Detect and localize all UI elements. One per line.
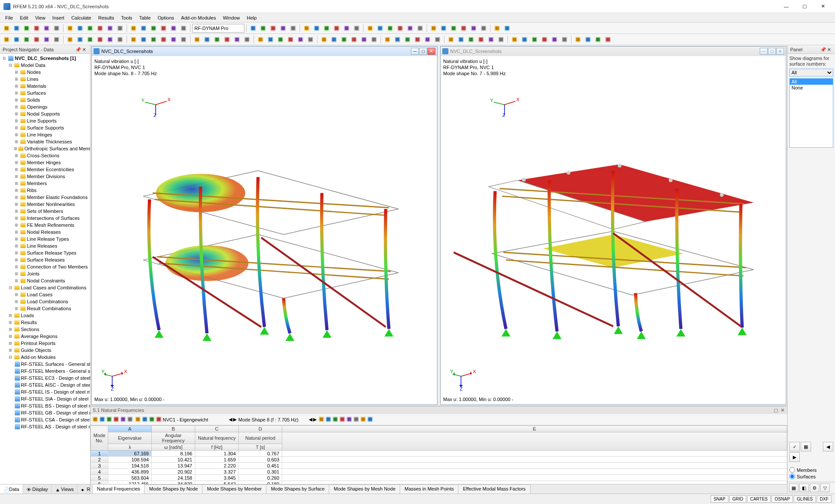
toolbar-button[interactable] — [492, 23, 502, 33]
toolbar-button[interactable] — [135, 416, 141, 423]
toolbar-button[interactable] — [278, 23, 288, 33]
toolbar-button[interactable] — [433, 35, 442, 44]
toolbar-button[interactable] — [339, 35, 349, 44]
tree-item[interactable]: ⊞Surfaces — [0, 90, 90, 96]
tree-item[interactable]: ⊞Solids — [0, 96, 90, 103]
toolbar-button[interactable] — [266, 35, 275, 44]
toolbar-button[interactable] — [393, 35, 402, 44]
toolbar-button[interactable] — [127, 416, 133, 423]
nav-button[interactable]: ◀ — [309, 417, 312, 422]
viewport-close-button[interactable]: ✕ — [776, 48, 784, 55]
toolbar-button[interactable] — [322, 23, 331, 33]
toolbar-button[interactable] — [95, 23, 105, 33]
toolbar-button[interactable] — [42, 35, 51, 44]
toolbar-button[interactable] — [603, 35, 613, 44]
tree-item[interactable]: RF-STEEL AS - Design of steel members — [0, 423, 90, 430]
toolbar-button[interactable] — [318, 416, 324, 423]
toolbar-button[interactable] — [222, 35, 232, 44]
scale-icon[interactable]: ◧ — [799, 484, 809, 492]
toolbar-button[interactable] — [375, 23, 385, 33]
tree-item[interactable]: ⊞Orthotropic Surfaces and Membranes — [0, 145, 90, 152]
close-panel-icon[interactable]: ✕ — [827, 47, 832, 52]
pin-icon[interactable]: 📌 — [75, 47, 80, 52]
menu-help[interactable]: Help — [244, 14, 261, 21]
toolbar-button[interactable] — [149, 416, 155, 423]
toolbar-button[interactable] — [349, 35, 359, 44]
viewport-min-button[interactable]: — — [411, 48, 419, 55]
menu-options[interactable]: Options — [154, 14, 177, 21]
close-panel-icon[interactable]: ✕ — [82, 47, 87, 52]
toolbar-button[interactable] — [95, 35, 105, 44]
toolbar-button[interactable] — [466, 35, 476, 44]
viewport-max-button[interactable]: ▢ — [419, 48, 427, 55]
toolbar-button[interactable] — [202, 35, 212, 44]
toolbar-button[interactable] — [105, 35, 115, 44]
toolbar-button[interactable] — [403, 35, 412, 44]
menu-table[interactable]: Table — [136, 14, 154, 21]
toolbar-button[interactable] — [212, 35, 222, 44]
toolbar-button[interactable] — [540, 35, 549, 44]
tree-item[interactable]: ⊞Line Hinges — [0, 131, 90, 138]
toolbar-button[interactable] — [179, 23, 188, 33]
toolbar-button[interactable] — [395, 23, 405, 33]
panel-close-icon[interactable]: ✕ — [781, 408, 785, 413]
toolbar-button[interactable] — [169, 35, 178, 44]
toolbar-button[interactable] — [520, 35, 529, 44]
list-item[interactable]: All — [790, 79, 833, 85]
tree-item[interactable]: ⊞Line Supports — [0, 117, 90, 124]
status-toggle-glines[interactable]: GLINES — [794, 495, 816, 503]
toolbar-button[interactable] — [75, 23, 85, 33]
viewport-left-canvas[interactable]: Natural vibration u [-] RF-DYNAM Pro, NV… — [92, 56, 437, 405]
toolbar-button[interactable] — [439, 23, 448, 33]
toolbar-button[interactable] — [332, 416, 338, 423]
toolbar-button[interactable] — [32, 35, 41, 44]
tree-item[interactable]: ⊞Surface Releases — [0, 256, 90, 263]
toolbar-button[interactable] — [560, 35, 569, 44]
toolbar-button[interactable] — [276, 35, 285, 44]
menu-results[interactable]: Results — [95, 14, 118, 21]
tree-item[interactable]: ⊞Results — [0, 319, 90, 326]
toolbar-button[interactable] — [92, 416, 98, 423]
toolbar-button[interactable] — [268, 23, 278, 33]
toolbar-button[interactable] — [383, 35, 392, 44]
pick-button[interactable]: ▦ — [801, 442, 811, 451]
toolbar-button[interactable] — [179, 35, 188, 44]
toolbar-button[interactable] — [22, 35, 31, 44]
toolbar-button[interactable] — [405, 23, 415, 33]
toolbar-button[interactable] — [332, 23, 341, 33]
nav-button[interactable]: ▶ — [233, 417, 237, 422]
toolbar-button[interactable] — [22, 23, 31, 33]
tree-item[interactable]: ⊞Member Eccentricities — [0, 166, 90, 173]
toolbar-button[interactable] — [469, 23, 478, 33]
toolbar-button[interactable] — [502, 23, 512, 33]
menu-file[interactable]: File — [2, 14, 17, 21]
viewport-min-button[interactable]: — — [760, 48, 768, 55]
toolbar-button[interactable] — [423, 35, 432, 44]
toolbar-button[interactable] — [329, 35, 339, 44]
tree-item[interactable]: RF-STEEL Surfaces - General stress analy… — [0, 361, 90, 368]
toolbar-button[interactable] — [99, 416, 105, 423]
tab-display[interactable]: 👁Display — [23, 484, 52, 494]
toolbar-button[interactable] — [449, 23, 458, 33]
toolbar-button[interactable] — [446, 35, 456, 44]
panel-max-icon[interactable]: ▢ — [774, 408, 778, 413]
toolbar-button[interactable] — [288, 23, 298, 33]
status-toggle-grid[interactable]: GRID — [729, 495, 746, 503]
toolbar-button[interactable] — [12, 23, 21, 33]
toolbar-button[interactable] — [232, 35, 242, 44]
tree-item[interactable]: ⊞Ribs — [0, 187, 90, 194]
tree-item[interactable]: ⊞Loads — [0, 312, 90, 319]
apply-button[interactable]: ✓ — [789, 442, 800, 451]
toolbar-button[interactable] — [476, 35, 486, 44]
tree-item[interactable]: RF-STEEL AISC - Design of steel members — [0, 381, 90, 388]
toolbar-button[interactable] — [248, 23, 258, 33]
toolbar-button[interactable] — [583, 35, 593, 44]
toolbar-button[interactable] — [360, 416, 366, 423]
toolbar-button[interactable] — [353, 416, 359, 423]
filter-icon[interactable]: ▽ — [820, 484, 830, 492]
toolbar-button[interactable] — [12, 35, 21, 44]
table-tab[interactable]: Mode Shapes by Mesh Node — [329, 484, 400, 494]
toolbar-button[interactable] — [302, 23, 311, 33]
status-toggle-dxf[interactable]: DXF — [817, 495, 832, 503]
maximize-button[interactable]: ▢ — [796, 1, 813, 12]
